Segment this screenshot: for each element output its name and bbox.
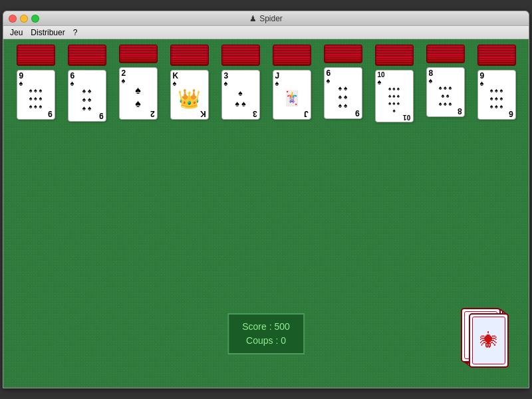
card-7-visible[interactable]: 10 ♠ ♠ ♠ ♠ ♠ ♠ ♠ ♠ ♠ ♠ ♠ 01: [375, 70, 414, 122]
deck-card-top[interactable]: 🕷: [469, 313, 509, 368]
card-6-visible[interactable]: 6 ♠ ♠ ♠ ♠ ♠ ♠ ♠ 9: [324, 67, 362, 119]
column-9[interactable]: 9 ♠ ♠ ♠ ♠ ♠ ♠ ♠ ♠ ♠ ♠ 6: [473, 45, 521, 122]
face-down-5-5: [273, 55, 311, 66]
face-down-1-5: [68, 55, 106, 66]
column-8[interactable]: 8 ♠ ♠ ♠ ♠ ♠ ♠ ♠ ♠ ♠ 8: [422, 45, 469, 122]
card-4-visible[interactable]: 3 ♠ ♠ ♠ ♠ 3: [221, 70, 260, 120]
minimize-button[interactable]: [20, 15, 28, 23]
card-1-visible[interactable]: 6 ♠ ♠ ♠ ♠ ♠ ♠ ♠ 9: [68, 70, 106, 122]
face-down-4-5: [221, 55, 260, 66]
column-3[interactable]: K ♠ 👑 K: [166, 45, 213, 122]
face-down-2-4: [119, 53, 158, 63]
menu-distribuer[interactable]: Distribuer: [27, 26, 68, 39]
window-title: ♟ Spider: [249, 14, 283, 23]
card-2-visible[interactable]: 2 ♠ ♠ ♠ 2: [119, 67, 158, 120]
column-7[interactable]: 10 ♠ ♠ ♠ ♠ ♠ ♠ ♠ ♠ ♠ ♠ ♠ 01: [370, 45, 418, 122]
face-down-7-5: [375, 55, 414, 66]
score-line1: Score : 500: [242, 320, 290, 334]
close-button[interactable]: [9, 15, 17, 23]
column-2[interactable]: 2 ♠ ♠ ♠ 2: [114, 45, 162, 122]
maximize-button[interactable]: [31, 15, 39, 23]
menu-jeu[interactable]: Jeu: [6, 26, 27, 39]
column-0[interactable]: 9 ♠ ♠ ♠ ♠ ♠ ♠ ♠ ♠ ♠ ♠ 9: [12, 45, 60, 122]
card-0-visible[interactable]: 9 ♠ ♠ ♠ ♠ ♠ ♠ ♠ ♠ ♠ ♠ 9: [17, 70, 55, 120]
column-4[interactable]: 3 ♠ ♠ ♠ ♠ 3: [217, 45, 265, 122]
face-down-0-5: [17, 55, 55, 66]
column-1[interactable]: 6 ♠ ♠ ♠ ♠ ♠ ♠ ♠ 9: [63, 45, 111, 122]
menu-help[interactable]: ?: [69, 26, 82, 39]
score-box: Score : 500 Coups : 0: [227, 313, 305, 354]
score-line2: Coups : 0: [242, 334, 290, 348]
deck-pile[interactable]: 🕷 🕷: [461, 308, 509, 368]
title-label: Spider: [259, 14, 283, 23]
game-area: 9 ♠ ♠ ♠ ♠ ♠ ♠ ♠ ♠ ♠ ♠ 9 6: [3, 39, 529, 388]
card-5-visible[interactable]: J ♠ 🃏 J: [273, 70, 311, 120]
window-controls: [9, 15, 39, 23]
game-window: ♟ Spider Jeu Distribuer ? 9 ♠ ♠ ♠: [3, 11, 529, 388]
menu-bar: Jeu Distribuer ?: [3, 26, 529, 39]
face-down-9-5: [477, 55, 516, 66]
face-down-3-5: [170, 55, 209, 66]
card-8-visible[interactable]: 8 ♠ ♠ ♠ ♠ ♠ ♠ ♠ ♠ ♠ 8: [426, 67, 465, 117]
title-icon: ♟: [249, 14, 257, 23]
card-9-visible[interactable]: 9 ♠ ♠ ♠ ♠ ♠ ♠ ♠ ♠ ♠ ♠ 6: [477, 70, 516, 120]
card-3-visible[interactable]: K ♠ 👑 K: [170, 70, 209, 120]
column-6[interactable]: 6 ♠ ♠ ♠ ♠ ♠ ♠ ♠ 9: [319, 45, 367, 122]
columns-area: 9 ♠ ♠ ♠ ♠ ♠ ♠ ♠ ♠ ♠ ♠ 9 6: [3, 39, 529, 128]
title-bar: ♟ Spider: [3, 11, 529, 26]
face-down-6-4: [324, 53, 362, 63]
column-5[interactable]: J ♠ 🃏 J: [268, 45, 316, 122]
face-down-8-4: [426, 53, 465, 63]
